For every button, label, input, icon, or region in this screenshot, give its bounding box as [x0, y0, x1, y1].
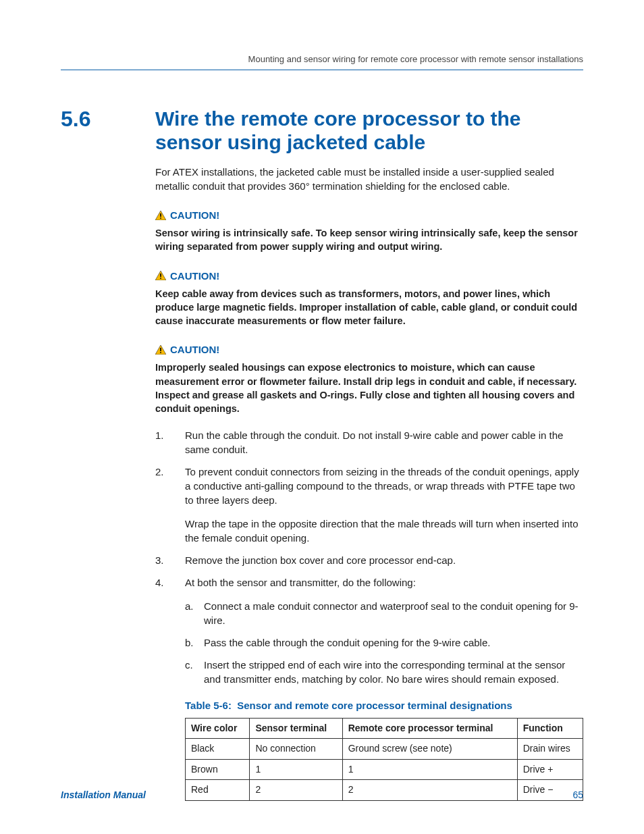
step-number: 3. — [155, 553, 169, 567]
svg-rect-1 — [160, 213, 161, 217]
table-header-cell: Sensor terminal — [250, 718, 342, 739]
procedure-list: 1. Run the cable through the conduit. Do… — [155, 428, 583, 801]
running-head: Mounting and sensor wiring for remote co… — [61, 54, 583, 70]
svg-rect-5 — [160, 278, 161, 279]
step-number: 4. — [155, 575, 169, 801]
step: 4. At both the sensor and transmitter, d… — [155, 575, 583, 801]
table-header-cell: Wire color — [186, 718, 250, 739]
warning-icon — [155, 211, 166, 220]
page-footer: Installation Manual 65 — [61, 789, 583, 800]
warning-icon — [155, 271, 166, 280]
section-title: Wire the remote core processor to the se… — [155, 107, 583, 154]
substep: c. Insert the stripped end of each wire … — [185, 658, 583, 686]
substep-letter: b. — [185, 635, 197, 650]
substep-list: a. Connect a male conduit connector and … — [185, 599, 583, 686]
caution-block: CAUTION! Improperly sealed housings can … — [155, 344, 583, 415]
substep: b. Pass the cable through the conduit op… — [185, 635, 583, 650]
footer-page-number: 65 — [572, 789, 583, 800]
table-cell: Drive + — [517, 759, 583, 780]
svg-rect-8 — [160, 352, 161, 353]
table-cell: Ground screw (see note) — [342, 739, 517, 760]
caution-label: CAUTION! — [170, 270, 219, 282]
step-number: 1. — [155, 428, 169, 457]
terminal-designations-table: Wire color Sensor terminal Remote core p… — [185, 718, 583, 801]
substep-text: Connect a male conduit connector and wat… — [204, 599, 583, 627]
step-text: Run the cable through the conduit. Do no… — [185, 428, 583, 457]
substep-letter: c. — [185, 658, 197, 686]
caution-label: CAUTION! — [170, 344, 219, 355]
table-header-row: Wire color Sensor terminal Remote core p… — [186, 718, 583, 739]
table-caption-text: Sensor and remote core processor termina… — [237, 700, 512, 711]
substep-text: Pass the cable through the conduit openi… — [204, 635, 583, 650]
table-header-cell: Remote core processor terminal — [342, 718, 517, 739]
table-cell: 1 — [342, 759, 517, 780]
table-header-cell: Function — [517, 718, 583, 739]
table-row: Brown 1 1 Drive + — [186, 759, 583, 780]
substep-letter: a. — [185, 599, 197, 627]
svg-rect-7 — [160, 348, 161, 351]
table-cell: Drain wires — [517, 739, 583, 760]
step-text: At both the sensor and transmitter, do t… — [185, 575, 583, 590]
warning-icon — [155, 345, 166, 355]
table-caption: Table 5-6: Sensor and remote core proces… — [185, 698, 583, 712]
caution-text: Keep cable away from devices such as tra… — [155, 287, 583, 328]
step: 3. Remove the junction box cover and cor… — [155, 553, 583, 567]
table-cell: Black — [186, 739, 250, 760]
svg-rect-2 — [160, 217, 161, 219]
section-number: 5.6 — [61, 107, 115, 131]
table-cell: 1 — [250, 759, 342, 780]
table-row: Black No connection Ground screw (see no… — [186, 739, 583, 760]
caution-block: CAUTION! Sensor wiring is intrinsically … — [155, 209, 583, 254]
section-heading: 5.6 Wire the remote core processor to th… — [61, 107, 583, 154]
table-cell: No connection — [250, 739, 342, 760]
caution-label: CAUTION! — [170, 209, 219, 221]
substep: a. Connect a male conduit connector and … — [185, 599, 583, 627]
intro-paragraph: For ATEX installations, the jacketed cab… — [155, 165, 583, 193]
caution-text: Sensor wiring is intrinsically safe. To … — [155, 226, 583, 254]
footer-doc-title: Installation Manual — [61, 789, 146, 800]
caution-text: Improperly sealed housings can expose el… — [155, 361, 583, 415]
step-text: Remove the junction box cover and core p… — [185, 553, 583, 567]
table-caption-label: Table 5-6: — [185, 700, 232, 711]
step-text: Wrap the tape in the opposite direction … — [185, 517, 583, 545]
step: 1. Run the cable through the conduit. Do… — [155, 428, 583, 457]
step-number: 2. — [155, 465, 169, 545]
substep-text: Insert the stripped end of each wire int… — [204, 658, 583, 686]
step-text: To prevent conduit connectors from seizi… — [185, 465, 583, 507]
step: 2. To prevent conduit connectors from se… — [155, 465, 583, 545]
svg-rect-4 — [160, 273, 161, 277]
table-cell: Brown — [186, 759, 250, 780]
caution-block: CAUTION! Keep cable away from devices su… — [155, 270, 583, 328]
